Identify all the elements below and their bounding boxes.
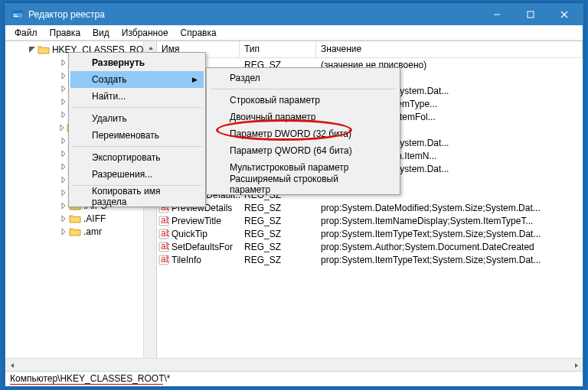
chevron-right-icon[interactable] <box>59 123 65 132</box>
scroll-left-icon[interactable] <box>5 359 18 371</box>
tree-item[interactable]: .amr <box>5 225 156 238</box>
list-header: Имя Тип Значение <box>157 41 583 58</box>
svg-marker-20 <box>62 203 65 209</box>
menu-favorites[interactable]: Избранное <box>116 26 175 40</box>
menu-file[interactable]: Файл <box>8 26 44 40</box>
svg-marker-23 <box>149 47 153 50</box>
reg-string-icon: ab <box>158 255 169 265</box>
menu-item[interactable]: Расширяемый строковый параметр <box>208 176 398 193</box>
chevron-right-icon[interactable] <box>59 149 67 158</box>
menu-item[interactable]: Двоичный параметр <box>208 109 398 125</box>
col-type[interactable]: Тип <box>240 41 316 57</box>
status-path: Компьютер\HKEY_CLASSES_ROOT\* <box>10 373 171 384</box>
folder-icon <box>69 226 81 237</box>
table-row[interactable]: abTileInfo REG_SZ prop:System.ItemTypeTe… <box>157 253 583 266</box>
menu-item[interactable]: Копировать имя раздела <box>70 188 204 205</box>
reg-string-icon: ab <box>158 216 169 226</box>
context-submenu: РазделСтроковый параметрДвоичный парамет… <box>206 67 400 195</box>
menu-item[interactable]: Удалить <box>70 110 204 127</box>
svg-text:ab: ab <box>161 216 169 226</box>
menubar: Файл Правка Вид Избранное Справка <box>5 25 583 41</box>
menu-item[interactable]: Экспортировать <box>70 149 204 166</box>
table-row[interactable]: abQuickTip REG_SZ prop:System.ItemTypeTe… <box>157 227 583 240</box>
svg-marker-19 <box>62 190 65 196</box>
menu-item[interactable]: Раздел <box>208 70 398 86</box>
window-title: Редактор реестра <box>28 9 480 20</box>
menu-item[interactable]: Строковый параметр <box>208 92 398 109</box>
titlebar[interactable]: Редактор реестра <box>5 4 583 25</box>
svg-rect-2 <box>14 15 17 15</box>
svg-text:ab: ab <box>161 242 169 252</box>
svg-text:ab: ab <box>161 229 169 239</box>
chevron-right-icon[interactable] <box>59 110 67 119</box>
maximize-button[interactable] <box>514 4 547 25</box>
svg-rect-3 <box>14 16 18 17</box>
chevron-right-icon[interactable] <box>59 227 67 236</box>
menu-edit[interactable]: Правка <box>44 26 87 40</box>
app-icon <box>11 8 24 21</box>
svg-marker-11 <box>62 86 65 92</box>
statusbar: Компьютер\HKEY_CLASSES_ROOT\* <box>5 371 583 386</box>
menu-help[interactable]: Справка <box>175 26 223 40</box>
tree-item[interactable]: .AIFF <box>5 212 156 225</box>
chevron-right-icon[interactable] <box>59 201 67 210</box>
svg-marker-21 <box>62 216 65 222</box>
svg-marker-22 <box>62 229 65 235</box>
chevron-right-icon[interactable] <box>59 162 67 171</box>
context-menu: РазвернутьСоздать▶Найти...УдалитьПереиме… <box>68 52 206 207</box>
chevron-right-icon[interactable] <box>59 214 67 223</box>
chevron-right-icon[interactable] <box>59 97 67 106</box>
svg-marker-17 <box>62 164 65 170</box>
svg-rect-1 <box>12 11 23 13</box>
svg-marker-41 <box>11 363 14 368</box>
annotation-underline <box>10 384 163 385</box>
chevron-right-icon[interactable] <box>59 136 67 145</box>
chevron-right-icon[interactable] <box>59 71 67 80</box>
menu-item[interactable]: Найти... <box>70 88 204 105</box>
menu-item[interactable]: Параметр QWORD (64 бита) <box>208 142 398 159</box>
chevron-right-icon[interactable] <box>59 84 67 93</box>
table-row[interactable]: abPreviewDetails REG_SZ prop:System.Date… <box>157 201 583 214</box>
col-value[interactable]: Значение <box>316 41 583 57</box>
scroll-right-icon[interactable] <box>570 359 583 371</box>
menu-item[interactable]: Переименовать <box>70 127 204 144</box>
chevron-down-icon[interactable] <box>28 45 36 54</box>
minimize-button[interactable] <box>480 4 514 25</box>
chevron-right-icon[interactable] <box>59 58 67 67</box>
table-row[interactable]: abPreviewTitle REG_SZ prop:System.ItemNa… <box>157 214 583 227</box>
svg-marker-14 <box>60 125 64 131</box>
chevron-right-icon[interactable] <box>59 175 67 184</box>
menu-item[interactable]: Развернуть <box>70 54 204 71</box>
close-button[interactable] <box>547 4 581 25</box>
svg-text:ab: ab <box>161 255 169 265</box>
chevron-right-icon[interactable] <box>59 188 67 197</box>
menu-item[interactable]: Разрешения... <box>70 166 204 183</box>
menu-view[interactable]: Вид <box>87 26 116 40</box>
table-row[interactable]: abSetDefaultsFor REG_SZ prop:System.Auth… <box>157 240 583 253</box>
svg-marker-16 <box>62 151 65 157</box>
menu-item[interactable]: Параметр DWORD (32 бита) <box>208 125 398 142</box>
svg-marker-15 <box>62 138 65 144</box>
folder-icon <box>38 44 50 55</box>
folder-icon <box>69 213 81 224</box>
svg-marker-8 <box>29 47 35 53</box>
svg-marker-12 <box>62 99 65 105</box>
reg-string-icon: ab <box>158 229 169 239</box>
svg-marker-10 <box>62 73 65 79</box>
reg-string-icon: ab <box>158 242 169 252</box>
svg-marker-13 <box>62 112 65 118</box>
svg-rect-5 <box>528 11 534 18</box>
hscrollbar[interactable] <box>5 358 583 371</box>
svg-marker-9 <box>62 60 65 66</box>
menu-item[interactable]: Создать▶ <box>70 71 204 88</box>
svg-marker-42 <box>575 363 578 368</box>
svg-marker-18 <box>62 177 65 183</box>
